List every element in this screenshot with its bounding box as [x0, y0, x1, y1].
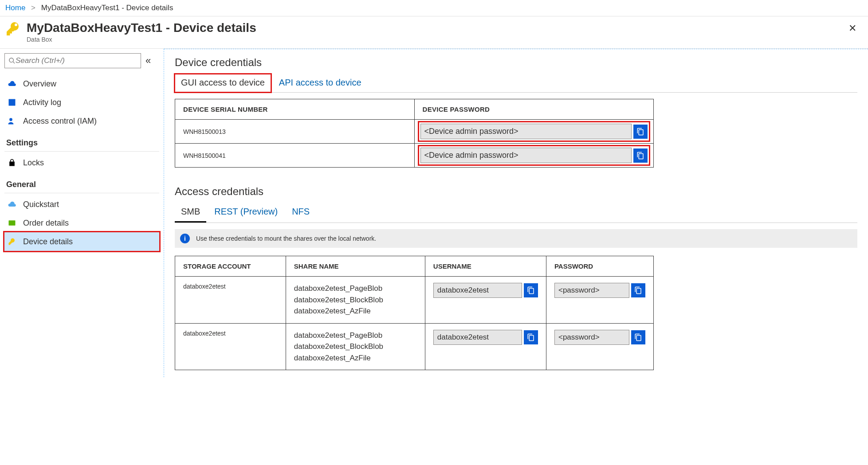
serial-value: WNH81500013 — [175, 120, 415, 144]
share-values: databoxe2etest_PageBlob databoxe2etest_B… — [286, 277, 425, 324]
password-field[interactable]: <password> — [554, 283, 629, 298]
copy-button[interactable] — [524, 283, 538, 297]
breadcrumb: Home > MyDataBoxHeavyTest1 - Device deta… — [0, 0, 868, 16]
collapse-icon[interactable]: « — [145, 55, 151, 66]
breadcrumb-home[interactable]: Home — [5, 4, 25, 12]
close-icon[interactable]: ✕ — [845, 21, 860, 36]
svg-rect-2 — [9, 220, 16, 226]
sidebar-item-label: Device details — [23, 237, 73, 246]
storage-value: databoxe2etest — [175, 323, 286, 370]
col-storage: STORAGE ACCOUNT — [175, 256, 286, 277]
sidebar-item-label: Locks — [23, 158, 44, 168]
breadcrumb-current: MyDataBoxHeavyTest1 - Device details — [41, 4, 173, 12]
chevron-icon: > — [31, 4, 35, 12]
tab-gui-access[interactable]: GUI access to device — [175, 74, 271, 92]
svg-rect-0 — [9, 99, 16, 106]
device-credentials-title: Device credentials — [175, 56, 857, 69]
copy-button[interactable] — [524, 330, 538, 344]
page-subtitle: Data Box — [27, 36, 256, 43]
password-field[interactable]: <password> — [554, 330, 629, 345]
quickstart-icon — [7, 199, 17, 209]
copy-icon — [634, 333, 642, 341]
key-icon — [7, 237, 17, 246]
tab-rest[interactable]: REST (Preview) — [208, 203, 284, 221]
sidebar-item-device-details[interactable]: Device details — [4, 232, 159, 251]
access-cred-tabs: SMB REST (Preview) NFS — [175, 203, 857, 223]
key-icon — [5, 21, 21, 37]
copy-icon — [527, 286, 535, 294]
sidebar-item-activity[interactable]: Activity log — [4, 93, 159, 112]
tab-api-access[interactable]: API access to device — [273, 74, 368, 92]
copy-button[interactable] — [633, 125, 648, 139]
search-input[interactable] — [16, 56, 137, 65]
page-title: MyDataBoxHeavyTest1 - Device details — [27, 21, 256, 35]
sidebar-item-locks[interactable]: Locks — [4, 153, 159, 172]
sidebar: « Overview Activity log Access control (… — [0, 49, 164, 377]
page-header: MyDataBoxHeavyTest1 - Device details Dat… — [0, 16, 868, 49]
info-text: Use these credentials to mount the share… — [196, 235, 376, 242]
log-icon — [7, 98, 17, 107]
username-field[interactable]: databoxe2etest — [433, 283, 522, 298]
sidebar-group-settings: Settings — [4, 130, 159, 152]
col-serial: DEVICE SERIAL NUMBER — [175, 99, 415, 120]
search-input-wrap[interactable] — [4, 53, 141, 68]
share-values: databoxe2etest_PageBlob databoxe2etest_B… — [286, 323, 425, 370]
sidebar-item-label: Activity log — [23, 98, 61, 107]
device-credentials-table: DEVICE SERIAL NUMBER DEVICE PASSWORD WNH… — [175, 99, 654, 168]
main-panel: Device credentials GUI access to device … — [164, 49, 868, 377]
col-pass: PASSWORD — [546, 256, 653, 277]
sidebar-item-label: Quickstart — [23, 200, 59, 209]
copy-icon — [636, 128, 644, 136]
table-row: WNH81500013 <Device admin password> — [175, 120, 654, 144]
cloud-icon — [7, 79, 17, 89]
serial-value: WNH81500041 — [175, 144, 415, 168]
device-cred-tabs: GUI access to device API access to devic… — [175, 74, 857, 93]
col-share: SHARE NAME — [286, 256, 425, 277]
username-field[interactable]: databoxe2etest — [433, 330, 522, 345]
search-icon — [8, 57, 16, 64]
sidebar-item-label: Overview — [23, 79, 56, 89]
sidebar-item-label: Access control (IAM) — [23, 117, 97, 126]
sidebar-item-label: Order details — [23, 219, 69, 228]
info-banner: i Use these credentials to mount the sha… — [175, 229, 857, 248]
access-credentials-title: Access credentials — [175, 185, 857, 198]
sidebar-item-iam[interactable]: Access control (IAM) — [4, 112, 159, 130]
col-user: USERNAME — [425, 256, 546, 277]
table-row: WNH81500041 <Device admin password> — [175, 144, 654, 168]
table-row: databoxe2etest databoxe2etest_PageBlob d… — [175, 277, 654, 324]
info-icon: i — [180, 234, 190, 243]
copy-icon — [527, 333, 535, 341]
device-password-field[interactable]: <Device admin password> — [420, 148, 632, 163]
lock-icon — [7, 158, 17, 168]
col-password: DEVICE PASSWORD — [414, 99, 654, 120]
access-credentials-table: STORAGE ACCOUNT SHARE NAME USERNAME PASS… — [175, 256, 654, 370]
tab-smb[interactable]: SMB — [175, 203, 206, 223]
device-password-field[interactable]: <Device admin password> — [420, 124, 632, 139]
sidebar-item-order[interactable]: Order details — [4, 214, 159, 232]
sidebar-group-general: General — [4, 172, 159, 193]
storage-value: databoxe2etest — [175, 277, 286, 324]
table-row: databoxe2etest databoxe2etest_PageBlob d… — [175, 323, 654, 370]
copy-button[interactable] — [633, 148, 648, 163]
order-icon — [7, 218, 17, 228]
sidebar-item-overview[interactable]: Overview — [4, 74, 159, 93]
svg-point-1 — [9, 118, 12, 121]
copy-button[interactable] — [631, 330, 645, 344]
tab-nfs[interactable]: NFS — [286, 203, 316, 221]
sidebar-item-quickstart[interactable]: Quickstart — [4, 195, 159, 214]
copy-icon — [636, 152, 644, 160]
copy-button[interactable] — [631, 283, 645, 297]
copy-icon — [634, 286, 642, 294]
people-icon — [7, 116, 17, 126]
